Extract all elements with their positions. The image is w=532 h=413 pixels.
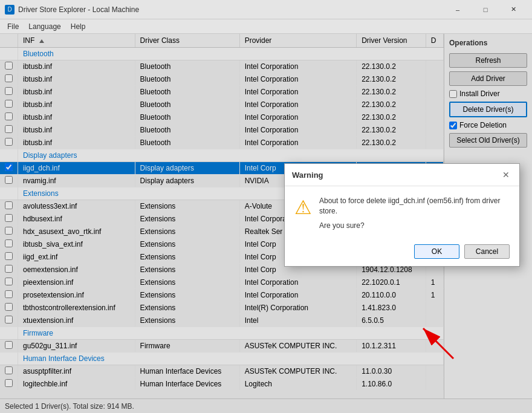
dialog-title: Warning [292, 171, 323, 180]
dialog-overlay: Warning ✕ ⚠ About to force delete iigd_d… [0, 0, 532, 413]
dialog-footer: OK Cancel [285, 239, 519, 266]
dialog-body: ⚠ About to force delete iigd_dch.inf (oe… [285, 186, 519, 239]
dialog-message: About to force delete iigd_dch.inf (oem5… [319, 196, 510, 216]
dialog-ok-button[interactable]: OK [414, 244, 459, 259]
dialog-question: Are you sure? [319, 221, 510, 230]
dialog-close-button[interactable]: ✕ [500, 169, 512, 181]
dialog-title-bar: Warning ✕ [285, 164, 519, 186]
warning-dialog: Warning ✕ ⚠ About to force delete iigd_d… [284, 163, 520, 267]
dialog-cancel-button[interactable]: Cancel [464, 244, 510, 259]
dialog-content: About to force delete iigd_dch.inf (oem5… [319, 196, 510, 230]
warning-icon: ⚠ [294, 196, 312, 230]
